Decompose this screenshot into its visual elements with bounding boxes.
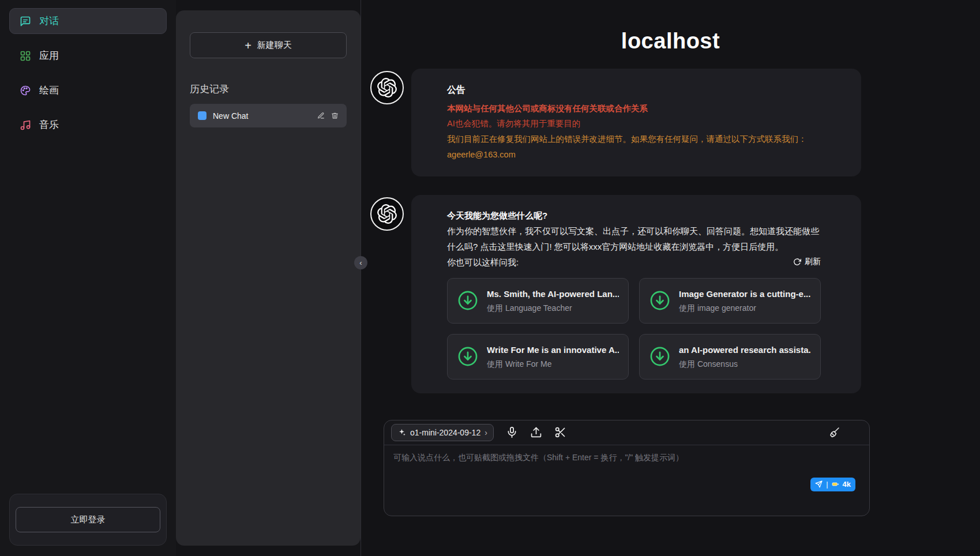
- new-chat-label: 新建聊天: [257, 40, 292, 51]
- upload-icon: [530, 426, 542, 438]
- delete-trash-icon[interactable]: [331, 112, 339, 119]
- refresh-icon: [793, 258, 801, 266]
- sidebar-item-label: 音乐: [39, 118, 59, 132]
- sidebar-item-label: 绘画: [39, 84, 59, 97]
- suggestion-grid: Ms. Smith, the AI-powered Lan... 使用 Lang…: [447, 278, 821, 380]
- suggestion-card[interactable]: Ms. Smith, the AI-powered Lan... 使用 Lang…: [447, 278, 629, 324]
- apps-grid-icon: [20, 50, 31, 62]
- suggestion-card[interactable]: Write For Me is an innovative A... 使用 Wr…: [447, 334, 629, 380]
- suggestion-title: an AI-powered research assista...: [679, 344, 811, 356]
- message-announcement: 公告 本网站与任何其他公司或商标没有任何关联或合作关系 AI也会犯错。请勿将其用…: [370, 69, 980, 176]
- chevron-right-icon: ›: [485, 428, 487, 437]
- login-panel: 立即登录: [9, 494, 167, 546]
- divider: |: [826, 480, 828, 489]
- sidebar-item-apps[interactable]: 应用: [9, 43, 167, 69]
- chat-main: localhost 公告 本网站与任何其他公司或商标没有任何关联或合作关系 AI…: [361, 0, 980, 556]
- paper-plane-icon: [815, 480, 823, 488]
- welcome-body: 作为你的智慧伙伴，我不仅可以写文案、出点子，还可以和你聊天、回答问题。想知道我还…: [447, 223, 821, 254]
- microphone-icon: [506, 426, 518, 438]
- assistant-avatar: [370, 197, 404, 231]
- announcement-contact-email[interactable]: ageerle@163.com: [447, 147, 821, 163]
- message-welcome: 今天我能为您做些什么呢? 作为你的智慧伙伴，我不仅可以写文案、出点子，还可以和你…: [370, 195, 980, 393]
- history-item-actions: [317, 112, 339, 119]
- openai-logo-icon: [377, 78, 397, 97]
- login-button[interactable]: 立即登录: [16, 507, 160, 532]
- sidebar-item-chat[interactable]: 对话: [9, 8, 167, 34]
- download-circle-icon: [457, 290, 479, 311]
- suggestion-subtitle: 使用 image generator: [679, 303, 810, 314]
- palette-icon: [20, 85, 31, 96]
- download-circle-icon: [457, 345, 479, 367]
- refresh-suggestions-button[interactable]: 刷新: [793, 257, 821, 267]
- clear-context-button[interactable]: [828, 426, 840, 438]
- composer: o1-mini-2024-09-12 › | 4k: [384, 420, 870, 516]
- message-list: 公告 本网站与任何其他公司或商标没有任何关联或合作关系 AI也会犯错。请勿将其用…: [361, 54, 980, 412]
- welcome-title: 今天我能为您做些什么呢?: [447, 208, 821, 223]
- suggestion-subtitle: 使用 Language Teacher: [487, 303, 619, 314]
- suggestion-title: Write For Me is an innovative A...: [487, 344, 619, 356]
- scissors-icon: [554, 426, 566, 438]
- collapse-sidebar-handle[interactable]: ‹: [354, 256, 367, 269]
- sidebar: 对话 应用 绘画 音乐 立即登录: [0, 0, 176, 556]
- chat-color-icon: [198, 111, 206, 120]
- plus-icon: +: [245, 40, 251, 51]
- announcement-line: AI也会犯错。请勿将其用于重要目的: [447, 116, 821, 132]
- microphone-button[interactable]: [506, 426, 518, 438]
- openai-logo-icon: [377, 204, 397, 224]
- battery-icon: [832, 480, 839, 488]
- send-button[interactable]: | 4k: [810, 478, 855, 491]
- download-circle-icon: [649, 290, 671, 311]
- chat-list-panel: + 新建聊天 历史记录 New Chat ‹: [176, 10, 361, 546]
- sidebar-item-music[interactable]: 音乐: [9, 112, 167, 138]
- composer-body: [384, 445, 869, 516]
- model-selector[interactable]: o1-mini-2024-09-12 ›: [391, 424, 494, 441]
- suggestion-subtitle: 使用 Write For Me: [487, 359, 619, 370]
- suggestion-card[interactable]: an AI-powered research assista... 使用 Con…: [639, 334, 821, 380]
- upload-button[interactable]: [530, 426, 542, 438]
- sidebar-item-label: 对话: [39, 14, 59, 28]
- history-title: 历史记录: [190, 82, 347, 96]
- chat-bubble-icon: [20, 16, 31, 27]
- composer-toolbar: o1-mini-2024-09-12 ›: [384, 420, 869, 445]
- model-name: o1-mini-2024-09-12: [410, 428, 480, 437]
- broom-icon: [828, 426, 840, 438]
- history-item[interactable]: New Chat: [190, 104, 347, 127]
- sidebar-item-drawing[interactable]: 绘画: [9, 77, 167, 103]
- suggestion-card[interactable]: Image Generator is a cutting-e... 使用 ima…: [639, 278, 821, 324]
- download-circle-icon: [649, 345, 671, 367]
- history-item-title: New Chat: [213, 111, 248, 121]
- page-title: localhost: [361, 29, 980, 54]
- scissors-button[interactable]: [554, 426, 566, 438]
- refresh-label: 刷新: [805, 257, 821, 267]
- sparkle-icon: [397, 428, 406, 437]
- music-note-icon: [20, 119, 31, 131]
- announcement-line: 本网站与任何其他公司或商标没有任何关联或合作关系: [447, 101, 821, 117]
- suggestion-subtitle: 使用 Consensus: [679, 359, 811, 370]
- assistant-avatar: [370, 71, 404, 104]
- announcement-bubble: 公告 本网站与任何其他公司或商标没有任何关联或合作关系 AI也会犯错。请勿将其用…: [411, 69, 861, 176]
- chat-input[interactable]: [393, 453, 860, 508]
- announcement-title: 公告: [447, 81, 821, 99]
- new-chat-button[interactable]: + 新建聊天: [190, 32, 347, 58]
- chevron-left-icon: ‹: [359, 258, 362, 267]
- welcome-bubble: 今天我能为您做些什么呢? 作为你的智慧伙伴，我不仅可以写文案、出点子，还可以和你…: [411, 195, 861, 393]
- welcome-hint: 你也可以这样问我:: [447, 254, 519, 270]
- hint-row: 你也可以这样问我: 刷新: [447, 254, 821, 270]
- suggestion-title: Image Generator is a cutting-e...: [679, 288, 810, 300]
- suggestion-title: Ms. Smith, the AI-powered Lan...: [487, 288, 619, 300]
- sidebar-item-label: 应用: [39, 49, 59, 62]
- token-count: 4k: [843, 480, 851, 489]
- edit-pencil-icon[interactable]: [317, 112, 325, 119]
- announcement-line: 我们目前正在修复我们网站上的错误并改进细节。如果您有任何疑问，请通过以下方式联系…: [447, 132, 821, 147]
